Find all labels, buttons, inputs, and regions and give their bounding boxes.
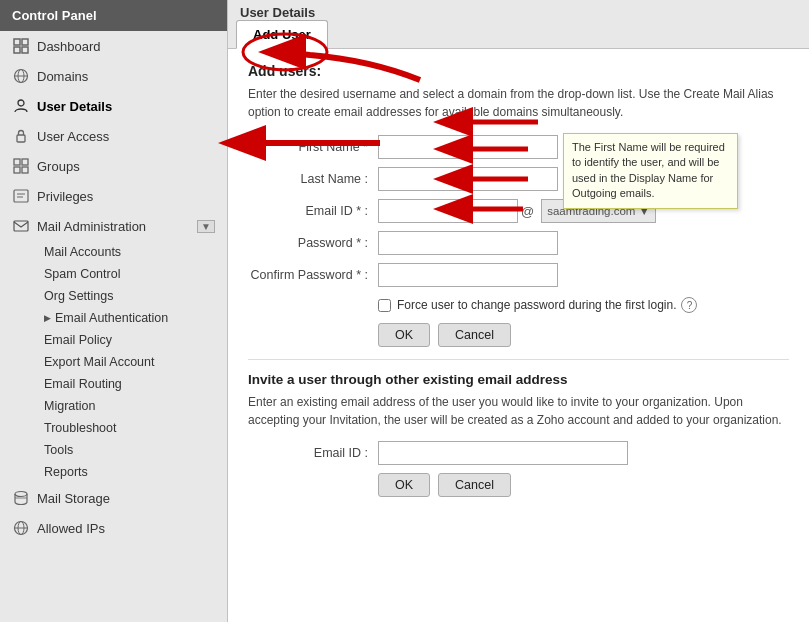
password-row: Password * : [248,231,789,255]
email-authentication-label: Email Authentication [55,311,168,325]
sidebar-item-label-allowed-ips: Allowed IPs [37,521,105,536]
sidebar-item-allowed-ips[interactable]: Allowed IPs [0,513,227,543]
sidebar: Control Panel Dashboard Domains User Det… [0,0,228,622]
reports-label: Reports [44,465,88,479]
first-name-label: First Name * [248,140,378,154]
last-name-label: Last Name : [248,172,378,186]
mail-storage-icon [12,489,30,507]
troubleshoot-label: Troubleshoot [44,421,117,435]
sidebar-item-label-privileges: Privileges [37,189,93,204]
sidebar-item-email-authentication[interactable]: Email Authentication [36,307,227,329]
sidebar-item-label-groups: Groups [37,159,80,174]
svg-rect-0 [14,39,20,45]
tab-bar: Add User [228,20,809,48]
user-details-icon [12,97,30,115]
groups-icon [12,157,30,175]
org-settings-label: Org Settings [44,289,113,303]
invite-email-label: Email ID : [248,446,378,460]
add-users-title: Add users: [248,63,789,79]
sidebar-item-tools[interactable]: Tools [36,439,227,461]
sidebar-item-spam-control[interactable]: Spam Control [36,263,227,285]
add-user-btn-row: OK Cancel [378,323,789,347]
sidebar-item-user-access[interactable]: User Access [0,121,227,151]
sidebar-item-mail-accounts[interactable]: Mail Accounts [36,241,227,263]
svg-rect-3 [22,47,28,53]
svg-rect-8 [17,135,25,142]
add-users-desc: Enter the desired username and select a … [248,85,789,121]
mail-admin-expand-icon[interactable]: ▼ [197,220,215,233]
allowed-ips-icon [12,519,30,537]
force-password-row: Force user to change password during the… [378,297,789,313]
sidebar-item-email-policy[interactable]: Email Policy [36,329,227,351]
confirm-password-row: Confirm Password * : [248,263,789,287]
sidebar-item-user-details[interactable]: User Details [0,91,227,121]
svg-rect-9 [14,159,20,165]
force-password-checkbox[interactable] [378,299,391,312]
svg-point-17 [15,492,27,497]
migration-label: Migration [44,399,95,413]
force-password-label: Force user to change password during the… [397,298,676,312]
invite-ok-button[interactable]: OK [378,473,430,497]
mail-admin-submenu: Mail Accounts Spam Control Org Settings … [0,241,227,483]
sidebar-item-mail-administration[interactable]: Mail Administration ▼ [0,211,227,241]
sidebar-item-reports[interactable]: Reports [36,461,227,483]
privileges-icon [12,187,30,205]
sidebar-item-label-mail-storage: Mail Storage [37,491,110,506]
sidebar-item-privileges[interactable]: Privileges [0,181,227,211]
invite-email-row: Email ID : [248,441,789,465]
password-label: Password * : [248,236,378,250]
sidebar-item-migration[interactable]: Migration [36,395,227,417]
svg-rect-2 [14,47,20,53]
main-content: User Details Add User Add users: Enter t… [228,0,809,622]
add-user-ok-button[interactable]: OK [378,323,430,347]
spam-control-label: Spam Control [44,267,120,281]
first-name-row: First Name * The First Name will be requ… [248,135,789,159]
svg-rect-10 [22,159,28,165]
sidebar-item-groups[interactable]: Groups [0,151,227,181]
help-icon[interactable]: ? [681,297,697,313]
email-id-label: Email ID * : [248,204,378,218]
email-routing-label: Email Routing [44,377,122,391]
first-name-tooltip: The First Name will be required to ident… [563,133,738,209]
mail-accounts-label: Mail Accounts [44,245,121,259]
sidebar-item-dashboard[interactable]: Dashboard [0,31,227,61]
domains-icon [12,67,30,85]
sidebar-item-domains[interactable]: Domains [0,61,227,91]
last-name-input[interactable] [378,167,558,191]
invite-title: Invite a user through other existing ema… [248,372,789,387]
svg-rect-16 [14,221,28,231]
sidebar-item-label-dashboard: Dashboard [37,39,101,54]
invite-btn-row: OK Cancel [378,473,789,497]
export-mail-account-label: Export Mail Account [44,355,154,369]
section-divider [248,359,789,360]
sidebar-item-org-settings[interactable]: Org Settings [36,285,227,307]
invite-desc: Enter an existing email address of the u… [248,393,789,429]
svg-point-7 [18,100,24,106]
password-input[interactable] [378,231,558,255]
invite-email-input[interactable] [378,441,628,465]
svg-rect-11 [14,167,20,173]
svg-rect-1 [22,39,28,45]
dashboard-icon [12,37,30,55]
sidebar-item-export-mail-account[interactable]: Export Mail Account [36,351,227,373]
email-policy-label: Email Policy [44,333,112,347]
confirm-password-input[interactable] [378,263,558,287]
svg-rect-12 [22,167,28,173]
first-name-input[interactable] [378,135,558,159]
tab-add-user[interactable]: Add User [236,20,328,49]
sidebar-item-label-user-details: User Details [37,99,112,114]
email-id-input[interactable] [378,199,518,223]
sidebar-item-label-mail-admin: Mail Administration [37,219,146,234]
sidebar-item-mail-storage[interactable]: Mail Storage [0,483,227,513]
svg-rect-13 [14,190,28,202]
sidebar-item-email-routing[interactable]: Email Routing [36,373,227,395]
invite-cancel-button[interactable]: Cancel [438,473,511,497]
at-symbol: @ [521,204,534,219]
sidebar-item-troubleshoot[interactable]: Troubleshoot [36,417,227,439]
add-user-cancel-button[interactable]: Cancel [438,323,511,347]
sidebar-item-label-user-access: User Access [37,129,109,144]
main-header: User Details Add User [228,0,809,49]
mail-admin-icon [12,217,30,235]
sidebar-header: Control Panel [0,0,227,31]
confirm-password-label: Confirm Password * : [248,268,378,282]
